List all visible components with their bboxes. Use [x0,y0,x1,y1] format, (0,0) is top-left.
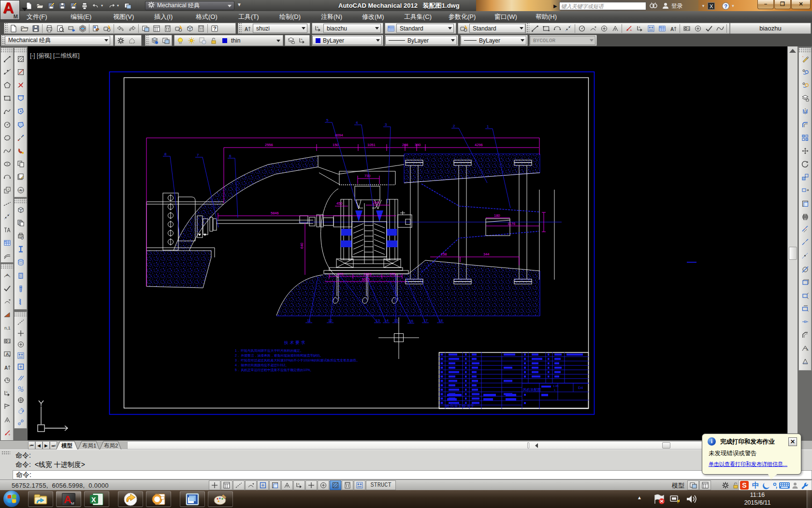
svg-text:7: 7 [197,153,199,157]
svg-text:A: A [19,188,22,193]
svg-text:8: 8 [164,152,167,156]
svg-text:17: 17 [423,318,428,323]
svg-text:n,1: n,1 [4,326,11,330]
svg-text:1176: 1176 [508,222,515,226]
svg-text:M: M [71,501,74,506]
svg-text:哈尔滨工业大学: 哈尔滨工业大学 [446,403,475,408]
svg-text:n: n [806,348,808,351]
svg-text:4: 4 [356,120,358,125]
svg-text:5． 风机正常运行过程中流量不应低于额定值的10%。: 5． 风机正常运行过程中流量不应低于额定值的10%。 [235,368,313,372]
svg-text:+: + [301,38,303,41]
svg-text:5: 5 [326,118,329,122]
svg-text:13: 13 [376,318,380,323]
svg-text:3． 叶轮在经过超过风机最大转速10%的不小于10分钟的转速: 3． 叶轮在经过超过风机最大转速10%的不小于10分钟的转速试验后应无变形及损伤… [235,359,360,362]
svg-text:450: 450 [336,201,343,206]
svg-text:2: 2 [453,124,455,128]
svg-text:+: + [630,28,632,32]
svg-text:+: + [8,433,11,437]
svg-text:风机装配图: 风机装配图 [523,388,541,392]
svg-text:1641: 1641 [372,200,380,205]
svg-text:1． 叶轮与风筒间隙不应大于叶片面积的规定。: 1． 叶轮与风筒间隙不应大于叶片面积的规定。 [235,349,304,353]
svg-text:258: 258 [441,252,447,256]
svg-text:4296: 4296 [475,143,483,147]
svg-text:979: 979 [390,272,396,276]
svg-text:5846: 5846 [271,211,279,215]
svg-text:15: 15 [394,318,398,323]
svg-text:+: + [317,26,319,29]
svg-text:1: 1 [8,340,10,343]
svg-text:208: 208 [402,143,408,147]
svg-text:D4: D4 [578,386,583,390]
svg-text:A: A [6,352,9,357]
svg-text:A: A [245,27,248,32]
svg-text:1051: 1051 [367,143,376,147]
svg-text:2556: 2556 [265,143,273,147]
svg-text:+: + [298,482,300,486]
svg-text:+: + [6,390,8,394]
svg-text:2． 外观整洁，油漆表面，避免出现油漆刻痕和漫流等缺陷。: 2． 外观整洁，油漆表面，避免出现油漆刻痕和漫流等缺陷。 [235,354,323,358]
svg-text:14: 14 [384,318,389,323]
svg-text:180: 180 [494,213,500,218]
svg-text:390: 390 [415,143,421,147]
svg-text:1: 1 [487,124,489,129]
svg-text:1918: 1918 [363,272,372,276]
svg-text:布局2: 布局2 [104,443,118,448]
svg-text:!: ! [677,499,679,504]
svg-text:970: 970 [337,272,344,276]
svg-text:模型: 模型 [61,443,73,448]
svg-text:技术要求: 技术要求 [284,340,306,345]
svg-text:A: A [64,493,72,506]
svg-text:1:45: 1:45 [553,385,559,388]
svg-text:1: 1 [554,388,556,391]
svg-text:1: 1 [688,27,690,30]
svg-text:3: 3 [385,122,387,127]
svg-text:150: 150 [333,143,339,147]
svg-text:[-] [俯视] [二维线框]: [-] [俯视] [二维线框] [30,52,80,59]
svg-text:A: A [670,27,674,32]
svg-text:6: 6 [229,154,232,158]
svg-text:344: 344 [483,252,490,256]
svg-text:+: + [638,26,640,29]
svg-text:640: 640 [300,242,304,249]
svg-text:4． 轴承径向圆跳动应不超过0.012。: 4． 轴承径向圆跳动应不超过0.012。 [235,363,289,367]
svg-text:18: 18 [438,318,443,323]
svg-text:布局1: 布局1 [82,443,96,448]
svg-text:A: A [4,365,8,371]
svg-text:X: X [91,496,96,504]
svg-text:?: ? [213,26,217,31]
svg-text:730: 730 [364,174,371,178]
svg-text:A: A [6,273,9,277]
